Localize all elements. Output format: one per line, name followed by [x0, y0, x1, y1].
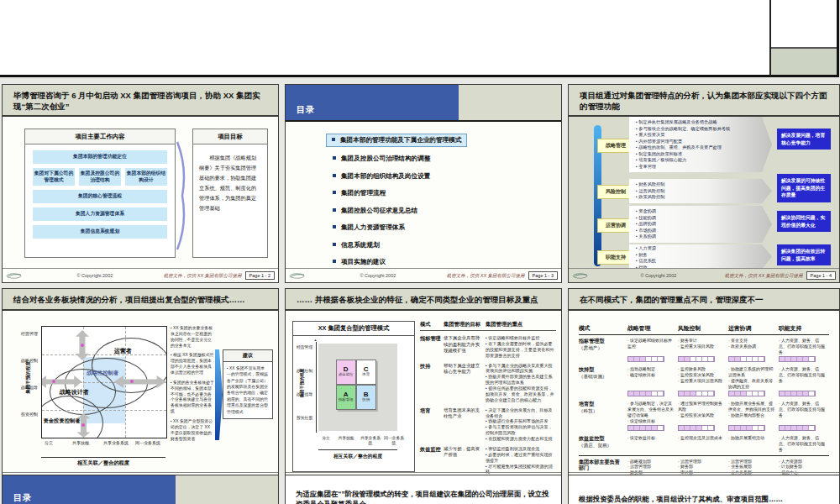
mode-goal: 减少亏损，提高资产价值 — [444, 446, 486, 475]
mode-name: 效益监控 — [420, 446, 444, 475]
point-item: 参与下属企业的战略决策及重大投资项目的评估和跟踪实施 — [486, 363, 556, 375]
mode-table: 模式 集团管理的目标 集团管理的重点 指标管理 使下属企业具有持续的盈利能力并实… — [420, 321, 556, 475]
quadrant-b: B 扶持 — [356, 385, 376, 410]
slide-page-7[interactable]: 在不同模式下，集团的管理重点不同，管理深度不一 模式 战略管理 风险控制 运营协… — [568, 288, 840, 487]
slide-page-6[interactable]: …… 并根据各板块企业的特征，确定不同类型企业的管理目标及重点 XX 集团复合型… — [285, 288, 562, 487]
toc-item[interactable]: 项目实施的建议 — [333, 258, 551, 266]
cell-list: 设定战略和绩效目标并监控 — [627, 338, 678, 354]
analysis-bullet: XX 集团产业型投资公司的定位，决定了 XX 不是仅获取投资收益的财务型投资者 — [171, 419, 214, 442]
cell-item: 协助开展重组活动 — [728, 435, 774, 441]
blue-chevron-icon — [215, 349, 223, 440]
work-bar: 集团本部的组织结构设计 — [125, 168, 167, 186]
cell-item: 监控重大项目风险 — [678, 344, 724, 349]
x-tick-label: 同一业务系统 — [384, 436, 404, 446]
project-goal-panel: 项目目标 根据集团《战略规划纲要》关于夯实集团管理基础的要求，协助集团建立系统、… — [192, 129, 268, 258]
slide-page-4[interactable]: 项目组通过对集团管理特点的分析，认为集团本部应实现以下四个方面的管理功能 战略管… — [568, 84, 840, 283]
point-item: 必要的时候，通过资产重组实现价值提升 — [486, 452, 556, 464]
zone-label: 资金投资控制者 — [43, 417, 80, 425]
slide-page-10-partial[interactable]: 根据投资委员会的职能，项目组设计了其构成、审查项目范围…… — [568, 475, 840, 504]
result-box: 解决集团的有效运转问题，提高效率 — [777, 244, 831, 265]
mode-name: 扶持 — [420, 363, 444, 403]
project-goal-text: 根据集团《战略规划纲要》关于夯实集团管理基础的要求，协助集团建立系统、规范、制度… — [193, 144, 267, 223]
toc-item[interactable]: 集团本部的组织结构及岗位设置 — [333, 172, 551, 181]
bearingpoint-logo — [572, 272, 592, 280]
cell-item: 监控财务风险 — [678, 366, 724, 372]
cell-item: 监控重大项目运营风险 — [678, 378, 724, 384]
work-content-header: 项目主要工作内容 — [25, 129, 175, 144]
toc-item[interactable]: 集团的管理流程 — [333, 189, 551, 197]
cell-item: 人力资源、财务、信息、行政等职能支持与服务 — [779, 435, 825, 452]
suggestion-box: 建议 XX 集团不宜采用单一的管理模式，应根据各产业部（下属公司）的发展阶段及在… — [223, 349, 273, 419]
toc-item[interactable]: 集团及控股公司治理结构的调整 — [333, 155, 551, 163]
y-tick-label: 战略控制 — [21, 358, 39, 363]
slide5-title: …… 并根据各板块企业的特征，确定不同类型企业的管理目标及重点 — [286, 289, 561, 311]
bullet-square-icon — [333, 260, 336, 263]
toc-banner-rest — [176, 475, 278, 504]
slide3-title: 项目组通过对集团管理特点的分析，认为集团本部应实现以下四个方面的管理功能 — [569, 85, 839, 117]
toc-item[interactable]: 集团控股公司征求意见总结 — [333, 207, 551, 215]
mode-sub: （基础设施） — [579, 374, 607, 379]
table-row: 效益监控型（酒店、贸易） 设定效益目标 监控现金流及运营成本 协助开展重组活动 … — [579, 433, 829, 453]
toc-banner-rest — [459, 85, 561, 120]
bullet-item: 信息系统 — [636, 258, 759, 265]
function-label: 职能支持 — [597, 250, 634, 265]
mode-name: 培育型（科技） — [579, 401, 627, 423]
slide-page-9-partial[interactable]: 为适应集团在“”阶段管理模式的转变，项目组建议在集团的公司治理层面，设立投资委员… — [285, 475, 562, 504]
depth-meter — [627, 391, 664, 396]
slide-page-2[interactable]: 毕博管理咨询于 6 月中旬启动 XX 集团管理咨询项目，协助 XX 集团实现“第… — [2, 84, 279, 283]
confidential-text: 机密文件，仅供 XX 集团有限公司使用 — [725, 273, 803, 279]
cell-list: 协助建立系统的管理和运营体系提供融资、政府关系等协调的支持 — [728, 366, 779, 389]
cell-item: 协助开展内部整合 — [728, 412, 774, 418]
mode-label: 集团本部主要负责部门 — [579, 459, 620, 471]
result-box: 解决发展的可持续性问题，提高集团的生存质量 — [777, 174, 831, 202]
mode-points: 密切监控盈利状况及现金流必要的时候，通过资产重组实现价值提升尽可能避免对集团技能… — [486, 446, 556, 475]
brace-arrow-icon — [176, 140, 189, 251]
mode-name: 效益监控型（酒店、贸易） — [579, 435, 627, 452]
cell-item: 确定绩效目标 — [627, 372, 674, 378]
slide-title: 根据投资委员会的职能，项目组设计了其构成、审查项目范围…… — [569, 475, 839, 504]
slide-page-5[interactable]: 结合对各业务板块情况的分析，项目组提出复合型的管理模式…… 集团干预的程度 经营… — [2, 288, 279, 487]
quadrant-a: A 指标管理 — [336, 385, 356, 410]
work-bar-row: 集团对下属公司的管理模式 集团及控股公司的治理结构 集团本部的组织结构设计 — [33, 168, 167, 186]
toc-item[interactable]: 信息系统规划 — [333, 241, 551, 249]
point-item: 协助开展外部资源的整合及建立系统的管理和运营体系 — [486, 374, 556, 386]
bullet-item: 制定集团的政策和标准 — [636, 151, 759, 158]
mode-name: 培育 — [420, 407, 444, 442]
bullet-square-icon — [333, 156, 336, 160]
slide4-title: 结合对各业务板块情况的分析，项目组提出复合型的管理模式…… — [3, 289, 278, 311]
toc-item-label: 集团本部的管理功能及下属企业的管理模式 — [340, 136, 461, 144]
bullet-list: 财务风险控制运营风险控制政策风险控制 — [636, 181, 759, 201]
mode-points: 决定下属企业的发展方向、目标及业务组合协助进行业务开拓和市场的开发参与主要投资项… — [486, 407, 556, 442]
work-bar: 集团信息系统规划 — [33, 225, 167, 239]
quadrant-d: D 效益监控 — [336, 360, 356, 385]
previous-page-bottom-right[interactable] — [771, 0, 839, 77]
point-item: 设定战略和绩效目标并监控 — [486, 335, 556, 341]
table-header-row: 模式 集团管理的目标 集团管理的重点 — [420, 321, 556, 331]
depth-bars-row — [579, 391, 829, 396]
bullet-square-icon — [333, 225, 336, 228]
x-tick-label: 共享技能 — [337, 436, 355, 441]
bullet-item: 市场协调 — [636, 228, 759, 234]
toc-item-label: 集团本部的组织结构及岗位设置 — [341, 172, 430, 181]
toc-banner: 目录 — [286, 85, 459, 120]
quadrant-label: 效益监控 — [339, 373, 354, 377]
cell-list: 设定效益目标 — [627, 435, 678, 452]
toc-item[interactable]: 集团人力资源管理体系 — [333, 223, 551, 232]
previous-page-bottom[interactable] — [0, 0, 771, 77]
slide-page-3[interactable]: 目录 集团本部的管理功能及下属企业的管理模式 集团及控股公司治理结构的调整 集团… — [285, 84, 562, 283]
depth-meter — [728, 356, 765, 362]
result-box: 解决发展问题，培育核心竞争能力 — [777, 129, 831, 150]
slide-page-8-partial[interactable]: 目录 — [2, 475, 279, 504]
depth-meter — [779, 391, 816, 396]
bullet-list: 制定并执行集团发展战略及业务组合战略参与板块企业的战略制定、确定绩效目标并考核重… — [636, 119, 759, 170]
depth-meter — [627, 425, 664, 431]
cell-item: 资金支持 — [728, 338, 774, 344]
bullet-item: 运营风险控制 — [636, 188, 759, 195]
table-row: 培育型（科技） 参与战略制定，决定其发展方向、业务组合及关键行动策略设定绩效目标… — [579, 398, 829, 424]
depth-meter — [779, 425, 816, 431]
bearingpoint-logo — [6, 272, 26, 280]
y-tick-label: 投资控股 — [297, 416, 317, 421]
confidential-text: 机密文件，仅供 XX 集团有限公司使用 — [447, 273, 525, 279]
toc-item-active[interactable]: 集团本部的管理功能及下属企业的管理模式 — [326, 134, 467, 147]
cell-list: 人力资源、财务、信息、行政等职能支持与服务 — [779, 435, 829, 452]
